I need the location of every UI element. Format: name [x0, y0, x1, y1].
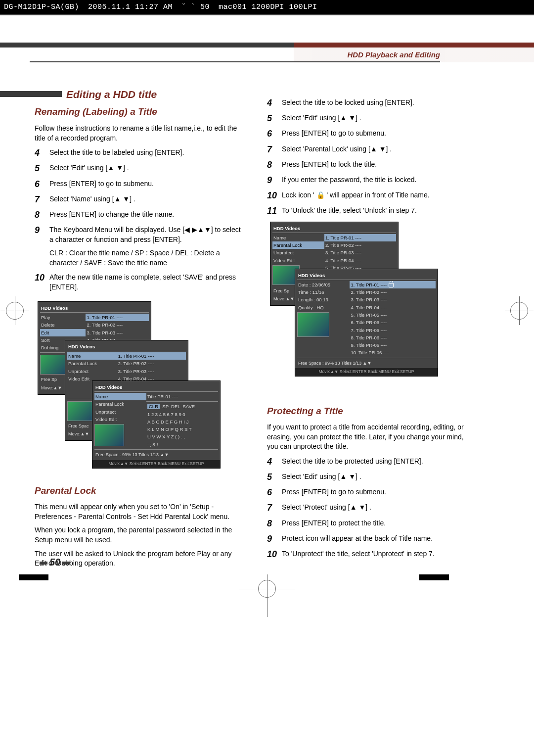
step-num: 6: [35, 178, 49, 190]
list-item: 4. Title PR-04 ----: [324, 257, 396, 264]
menu-item: Parental Lock: [94, 400, 146, 408]
registration-mark-icon: [258, 580, 276, 598]
protecting-steps: 4Select the title to be protected using …: [267, 456, 475, 561]
osd-title: HDD Videos: [272, 224, 396, 233]
parental-p1: This menu will appear only when you set …: [35, 502, 242, 521]
free-space: Free Space : 99% 13 Titles 1/13 ▲▼: [297, 359, 436, 368]
lock-icon: [389, 283, 394, 287]
crop-mark: [19, 574, 48, 580]
protecting-heading: Protecting a Title: [267, 405, 475, 418]
step-text: Select 'Parental Lock' using [▲ ▼] .: [282, 143, 475, 156]
step-text: Select 'Edit' using [▲ ▼] .: [282, 471, 475, 483]
print-extra: mac001 1200DPI 100LPI: [219, 3, 317, 11]
step-text: Press [ENTER] to lock the title.: [282, 159, 475, 171]
page-number: 50: [38, 557, 72, 568]
step-num: 5: [35, 162, 49, 175]
list-item: 7. Title PR-06 ----: [350, 327, 436, 334]
underline: [30, 61, 440, 62]
osd-footer: Move:▲▼ Select:ENTER Back:MENU Exit:SETU…: [295, 368, 438, 376]
step-num: 4: [267, 97, 282, 109]
menu-item: Name: [272, 234, 324, 241]
step-num: 8: [267, 159, 282, 171]
left-column: Editing a HDD title Renaming (Labeling) …: [35, 87, 242, 572]
crop-mark: [419, 574, 449, 580]
list-item: 2. Title PR-02 ----: [86, 321, 149, 329]
list-item: 1. Title PR-01 ----: [86, 314, 149, 321]
list-item: 4. Title PR-04 ----: [350, 304, 436, 311]
step-text: Select the title to be locked using [ENT…: [282, 97, 475, 109]
menu-item: Unprotect: [272, 249, 324, 256]
print-page: ˘ ` 50: [181, 3, 210, 11]
step-text: To 'Unlock' the title, select 'Unlock' i…: [282, 205, 475, 217]
menu-item: Parental Lock: [272, 241, 324, 249]
osd-parental-2: HDD Videos Date : 22/06/05 Time : 11/16 …: [295, 269, 438, 377]
menu-item: Parental Lock: [67, 360, 117, 367]
osd-title: HDD Videos: [297, 271, 436, 280]
step-text: Select 'Name' using [▲ ▼] .: [49, 193, 242, 206]
step-num: 7: [35, 193, 49, 206]
osd-footer: Move:▲▼ Select:ENTER Back:MENU Exit:SETU…: [92, 460, 220, 468]
registration-mark-icon: [510, 302, 528, 320]
print-file: DG-M12D1P-SA(GB): [4, 3, 79, 11]
menu-item: Name: [67, 352, 117, 360]
step-num: 10: [267, 189, 282, 202]
menu-item: Video Edit: [272, 257, 324, 264]
info-date: Date : 22/06/05: [297, 281, 350, 288]
step-text: If you enter the password, the title is …: [282, 174, 475, 187]
step-num: 7: [267, 143, 282, 156]
menu-item: Play: [40, 314, 86, 321]
step-text: Select 'Protect' using [▲ ▼] .: [282, 502, 475, 514]
step-num: 8: [35, 209, 49, 221]
list-item: 1. Title PR-01 ----: [117, 352, 186, 360]
registration-mark-icon: [6, 302, 24, 320]
kb-row: CLR SP DEL SAVE: [146, 403, 218, 410]
renaming-heading: Renaming (Labeling) a Title: [35, 105, 242, 119]
content: Editing a HDD title Renaming (Labeling) …: [0, 62, 534, 572]
step-text: Select 'Edit' using [▲ ▼] .: [49, 162, 242, 175]
step-num: 10: [267, 548, 282, 561]
menu-item: Unprotect: [94, 408, 146, 416]
menu-item: Video Edit: [94, 416, 146, 423]
name-value: Title PR-01 ----: [146, 393, 218, 400]
step-text: Select 'Edit' using [▲ ▼] .: [282, 112, 475, 125]
osd-title: HDD Videos: [94, 383, 218, 392]
menu-item: Unprotect: [67, 368, 117, 375]
renaming-steps: 4Select the title to be labeled using [E…: [35, 147, 242, 244]
osd-layer-3: HDD Videos Name Parental Lock Unprotect …: [92, 380, 221, 469]
osd-figure-renaming: HDD Videos Play Delete Edit Sort Dubbing…: [38, 301, 242, 470]
step-text: Select the title to be labeled using [EN…: [49, 147, 242, 159]
step-num: 8: [267, 518, 282, 530]
list-item: 3. Title PR-03 ----: [86, 329, 149, 336]
print-header: DG-M12D1P-SA(GB) 2005.11.1 11:27 AM ˘ ` …: [0, 0, 534, 15]
list-item: 2. Title PR-02 ----: [350, 288, 436, 296]
renaming-steps-b: 10After the new title name is complete, …: [35, 272, 242, 292]
menu-item: Delete: [40, 321, 86, 329]
list-item: 1. Title PR-01 ----: [350, 281, 436, 288]
kb-row: 1 2 3 4 5 6 7 8 9 0: [146, 411, 218, 418]
step-text: After the new title name is complete, se…: [49, 272, 242, 292]
list-item: 3. Title PR-03 ----: [350, 296, 436, 303]
step-num: 7: [267, 502, 282, 514]
list-item: 1. Title PR-01 ----: [324, 234, 396, 241]
step-text: Select the title to be protected using […: [282, 456, 475, 468]
step-num: 9: [267, 533, 282, 545]
step-9-sub: CLR : Clear the title name / SP : Space …: [49, 248, 242, 268]
list-item: 5. Title PR-05 ----: [350, 311, 436, 319]
osd-figure-parental: HDD Videos Name Parental Lock Unprotect …: [270, 222, 475, 390]
list-item: 6. Title PR-06 ----: [350, 319, 436, 326]
step-text: Protect icon will appear at the back of …: [282, 533, 475, 545]
step-num: 5: [267, 112, 282, 125]
step-num: 4: [267, 456, 282, 468]
info-length: Length : 00:13: [297, 296, 350, 303]
step-text: Lock icon ' 🔒 ' will appear in front of …: [282, 189, 475, 202]
menu-item: Name: [94, 393, 146, 400]
print-date: 2005.11.1 11:27 AM: [88, 3, 173, 11]
kb-row: U V W X Y Z ( ) . ,: [146, 433, 218, 440]
list-item: 9. Title PR-06 ----: [350, 341, 436, 349]
osd-title: HDD Videos: [67, 342, 186, 351]
section-label: HDD Playback and Editing: [347, 50, 440, 59]
thumbnail: [67, 401, 94, 421]
thumbnail: [94, 424, 124, 446]
step-num: 5: [267, 471, 282, 483]
right-column: 4Select the title to be locked using [EN…: [267, 87, 475, 572]
